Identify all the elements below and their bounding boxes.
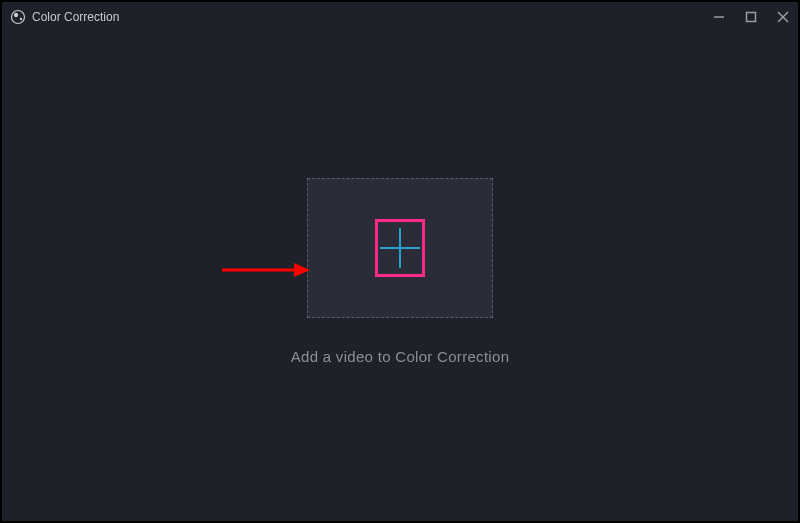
main-area: Add a video to Color Correction	[2, 32, 798, 521]
window-controls	[712, 10, 790, 24]
maximize-button[interactable]	[744, 10, 758, 24]
arrow-annotation	[220, 260, 310, 284]
window-title: Color Correction	[32, 10, 119, 24]
plus-icon	[380, 228, 420, 268]
add-video-hint: Add a video to Color Correction	[291, 348, 510, 365]
svg-point-1	[14, 13, 18, 17]
minimize-button[interactable]	[712, 10, 726, 24]
close-button[interactable]	[776, 10, 790, 24]
titlebar-left: Color Correction	[10, 9, 119, 25]
svg-rect-4	[747, 13, 756, 22]
svg-point-2	[20, 18, 22, 20]
dropzone-group: Add a video to Color Correction	[291, 178, 510, 365]
app-icon	[10, 9, 26, 25]
svg-point-0	[12, 11, 25, 24]
add-video-dropzone[interactable]	[307, 178, 493, 318]
titlebar: Color Correction	[2, 2, 798, 32]
